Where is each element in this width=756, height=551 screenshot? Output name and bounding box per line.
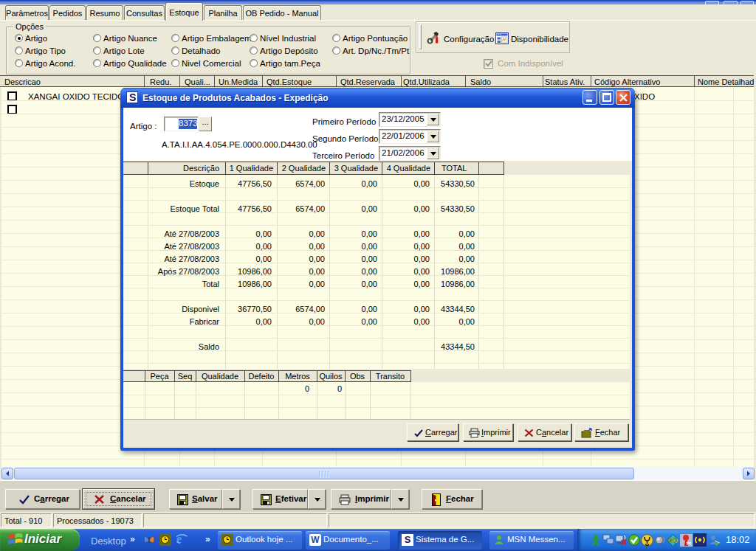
svg-text:SOS: SOS bbox=[668, 536, 679, 544]
